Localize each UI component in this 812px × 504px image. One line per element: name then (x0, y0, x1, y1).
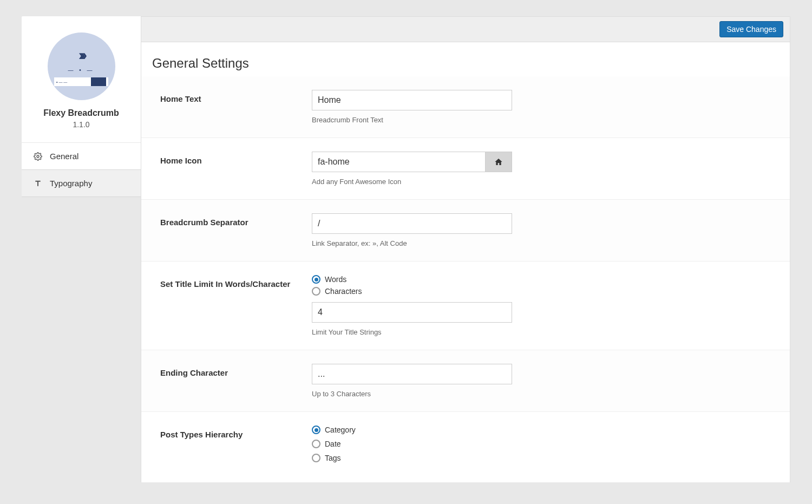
main: Save Changes General Settings Home Text … (141, 16, 790, 482)
save-button[interactable]: Save Changes (719, 21, 783, 37)
radio-characters[interactable]: Characters (312, 287, 512, 296)
ending-char-input[interactable] (312, 364, 512, 384)
field-label: Breadcrumb Separator (160, 213, 312, 227)
radio-icon (312, 440, 320, 448)
plugin-logo: ››› — • — • — — (48, 32, 115, 100)
radio-icon (312, 454, 320, 462)
radio-words[interactable]: Words (312, 275, 512, 284)
radio-label: Words (325, 275, 346, 284)
radio-icon (312, 275, 320, 284)
field-desc: Up to 3 Characters (312, 390, 512, 398)
sidebar-item-label: Typography (50, 179, 92, 188)
sidebar-header: ››› — • — • — — Flexy Breadcrumb 1.1.0 (22, 16, 141, 142)
field-label: Post Types Hierarchy (160, 426, 312, 439)
field-separator: Breadcrumb Separator Link Separator, ex:… (141, 200, 790, 261)
radio-label: Date (325, 440, 341, 448)
home-text-input[interactable] (312, 90, 512, 110)
field-desc: Breadcrumb Front Text (312, 116, 512, 124)
field-post-types: Post Types Hierarchy Category Date (141, 412, 790, 482)
sidebar-item-typography[interactable]: Typography (22, 170, 141, 197)
sidebar: ››› — • — • — — Flexy Breadcrumb 1.1.0 G… (22, 16, 141, 482)
radio-icon (312, 426, 320, 434)
plugin-version: 1.1.0 (32, 120, 130, 129)
sidebar-item-label: General (50, 152, 78, 161)
field-label: Home Icon (160, 152, 312, 165)
content: General Settings Home Text Breadcrumb Fr… (141, 42, 790, 482)
field-label: Home Text (160, 90, 312, 103)
svg-point-0 (37, 155, 39, 158)
field-home-icon: Home Icon Add any Font Awesome Icon (141, 138, 790, 200)
typography-icon (32, 179, 43, 188)
sidebar-item-general[interactable]: General (22, 143, 141, 170)
radio-label: Characters (325, 287, 362, 296)
field-home-text: Home Text Breadcrumb Front Text (141, 76, 790, 138)
home-icon-preview (485, 152, 512, 172)
field-desc: Link Separator, ex: », Alt Code (312, 239, 512, 247)
plugin-name: Flexy Breadcrumb (32, 108, 130, 118)
radio-label: Category (325, 426, 356, 434)
radio-category[interactable]: Category (312, 426, 512, 434)
sidebar-menu: General Typography (22, 143, 141, 197)
field-label: Ending Character (160, 364, 312, 377)
radio-tags[interactable]: Tags (312, 454, 512, 462)
home-icon-input[interactable] (312, 152, 485, 172)
radio-label: Tags (325, 454, 341, 462)
field-ending-char: Ending Character Up to 3 Characters (141, 350, 790, 412)
home-icon (494, 158, 503, 166)
separator-input[interactable] (312, 213, 512, 234)
topbar: Save Changes (141, 16, 790, 42)
field-title-limit: Set Title Limit In Words/Character Words… (141, 261, 790, 350)
field-desc: Limit Your Title Strings (312, 328, 512, 336)
field-label: Set Title Limit In Words/Character (160, 275, 312, 289)
radio-icon (312, 287, 320, 296)
title-limit-input[interactable] (312, 302, 512, 323)
page-title: General Settings (141, 42, 790, 76)
radio-date[interactable]: Date (312, 440, 512, 448)
gears-icon (32, 152, 43, 161)
field-desc: Add any Font Awesome Icon (312, 178, 512, 186)
